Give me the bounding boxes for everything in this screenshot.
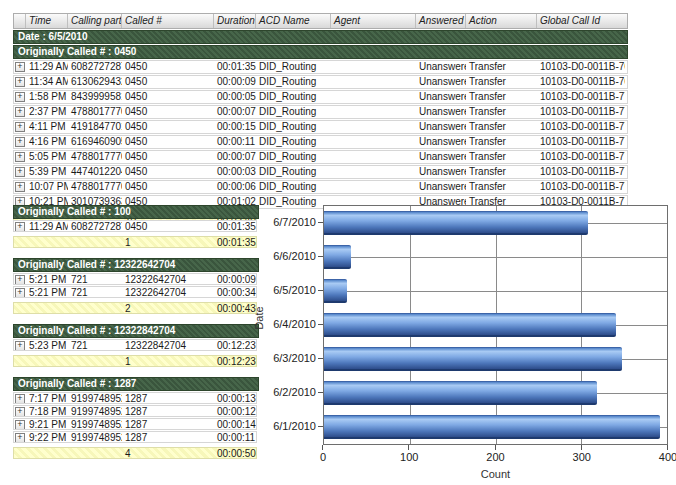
bar-6-3-2010 bbox=[324, 347, 622, 371]
cell-duration: 00:01:35 bbox=[214, 61, 256, 73]
cell-action: Transfer bbox=[466, 151, 537, 163]
called-group-label: Originally Called # : 0450 bbox=[18, 46, 136, 57]
category-label-text: 6/1/2010 bbox=[273, 420, 316, 432]
cell-calling: 9199748952 bbox=[68, 432, 122, 442]
expand-icon[interactable]: + bbox=[15, 407, 25, 416]
cell-action: Transfer bbox=[466, 91, 537, 103]
summary-spacer bbox=[14, 237, 26, 247]
expand-icon[interactable]: + bbox=[15, 182, 25, 192]
table-row: +7:18 PM9199748952128700:00:12 bbox=[13, 405, 257, 417]
cell-agent bbox=[331, 106, 416, 118]
cell-answered: Unanswered bbox=[416, 151, 466, 163]
expand-icon[interactable]: + bbox=[15, 394, 25, 403]
cell-acd: DID_Routing bbox=[256, 91, 331, 103]
column-header-calling-party-[interactable]: Calling party # bbox=[68, 14, 122, 28]
expand-icon[interactable]: + bbox=[15, 122, 25, 132]
bar-6-2-2010 bbox=[324, 381, 597, 405]
expand-cell: + bbox=[14, 419, 26, 429]
category-label-text: 6/2/2010 bbox=[273, 386, 316, 398]
x-axis-label: Count bbox=[323, 468, 668, 480]
expand-icon[interactable]: + bbox=[15, 167, 25, 177]
expand-icon[interactable]: + bbox=[15, 92, 25, 102]
chart-row bbox=[324, 240, 667, 274]
expand-icon[interactable]: + bbox=[15, 288, 25, 297]
date-group-band: Date : 6/5/2010 bbox=[13, 30, 628, 44]
column-header-action[interactable]: Action bbox=[466, 14, 537, 28]
summary-spacer bbox=[68, 303, 122, 313]
column-header-time[interactable]: Time bbox=[26, 14, 68, 28]
cell-called: 12322642704 bbox=[122, 287, 214, 297]
cell-acd: DID_Routing bbox=[256, 136, 331, 148]
expand-cell: + bbox=[14, 76, 26, 88]
cell-agent bbox=[331, 166, 416, 178]
cell-calling: 4788017770 bbox=[68, 181, 122, 193]
expand-icon[interactable]: + bbox=[15, 420, 25, 429]
cell-calling: 721 bbox=[68, 287, 122, 297]
cell-time: 5:21 PM bbox=[26, 274, 68, 284]
cell-called: 1287 bbox=[122, 432, 214, 442]
cell-time: 11:34 AM bbox=[26, 76, 68, 88]
column-header-answered[interactable]: Answered bbox=[416, 14, 466, 28]
column-header-acd-name[interactable]: ACD Name bbox=[256, 14, 331, 28]
expand-icon[interactable]: + bbox=[15, 62, 25, 72]
column-header-global-call-id[interactable]: Global Call Id bbox=[537, 14, 625, 28]
expand-icon[interactable]: + bbox=[15, 341, 25, 350]
table-row: +5:05 PM4788017770045000:00:07DID_Routin… bbox=[13, 150, 628, 164]
cell-action: Transfer bbox=[466, 181, 537, 193]
grouped-subtable: Originally Called # : 12322842704+5:23 P… bbox=[13, 324, 259, 367]
cell-calling: 721 bbox=[68, 340, 122, 350]
chart-row bbox=[324, 342, 667, 376]
cell-time: 7:17 PM bbox=[26, 393, 68, 403]
cell-answered: Unanswered bbox=[416, 61, 466, 73]
expand-icon[interactable]: + bbox=[15, 275, 25, 284]
expand-cell: + bbox=[14, 406, 26, 416]
expand-icon[interactable]: + bbox=[15, 152, 25, 162]
column-header-expand[interactable] bbox=[14, 14, 26, 28]
expand-cell: + bbox=[14, 221, 26, 231]
cell-time: 11:29 AM bbox=[26, 221, 68, 231]
expand-icon[interactable]: + bbox=[15, 222, 25, 231]
cell-acd: DID_Routing bbox=[256, 181, 331, 193]
cell-time: 5:05 PM bbox=[26, 151, 68, 163]
cell-calling: 6082727287 bbox=[68, 221, 122, 231]
column-header-duration[interactable]: Duration bbox=[214, 14, 256, 28]
expand-icon[interactable]: + bbox=[15, 433, 25, 442]
expand-cell: + bbox=[14, 274, 26, 284]
x-tick-label: 200 bbox=[486, 451, 504, 463]
called-group-band: Originally Called # : 12322642704 bbox=[13, 258, 259, 272]
bar-6-6-2010 bbox=[324, 245, 351, 269]
column-header-called-[interactable]: Called # bbox=[122, 14, 214, 28]
cell-duration: 00:00:15 bbox=[214, 121, 256, 133]
chart-row bbox=[324, 274, 667, 308]
cell-global_id: 10103-D0-0011B-768 bbox=[537, 61, 625, 73]
summary-count: 4 bbox=[122, 448, 214, 458]
expand-icon[interactable]: + bbox=[15, 77, 25, 87]
summary-spacer bbox=[26, 303, 68, 313]
cell-global_id: 10103-D0-0011B-774 bbox=[537, 151, 625, 163]
called-group-label: Originally Called # : 12322642704 bbox=[18, 259, 175, 270]
x-tick-mark bbox=[408, 445, 409, 450]
calls-per-date-chart: Date 6/7/20106/6/20106/5/20106/4/20106/3… bbox=[245, 200, 676, 485]
cell-action: Transfer bbox=[466, 166, 537, 178]
cell-calling: 9199748952 bbox=[68, 393, 122, 403]
column-header-agent[interactable]: Agent bbox=[331, 14, 416, 28]
table-row: +7:17 PM9199748952128700:00:13 bbox=[13, 392, 257, 404]
cell-duration: 00:00:11 bbox=[214, 136, 256, 148]
category-label-text: 6/6/2010 bbox=[273, 250, 316, 262]
cell-calling: 6169460905 bbox=[68, 136, 122, 148]
date-group-label: Date : 6/5/2010 bbox=[18, 31, 88, 42]
expand-cell: + bbox=[14, 121, 26, 133]
cell-calling: 6130629432 bbox=[68, 76, 122, 88]
cell-agent bbox=[331, 136, 416, 148]
bar-6-7-2010 bbox=[324, 211, 588, 235]
category-label-text: 6/4/2010 bbox=[273, 318, 316, 330]
cell-acd: DID_Routing bbox=[256, 106, 331, 118]
summary-count: 1 bbox=[122, 356, 214, 366]
expand-icon[interactable]: + bbox=[15, 137, 25, 147]
expand-icon[interactable]: + bbox=[15, 107, 25, 117]
cell-time: 7:18 PM bbox=[26, 406, 68, 416]
category-label: 6/2/2010 bbox=[245, 375, 323, 409]
cell-time: 9:21 PM bbox=[26, 419, 68, 429]
table-row: +9:22 PM9199748952128700:00:11 bbox=[13, 431, 257, 443]
cell-called: 0450 bbox=[122, 221, 214, 231]
